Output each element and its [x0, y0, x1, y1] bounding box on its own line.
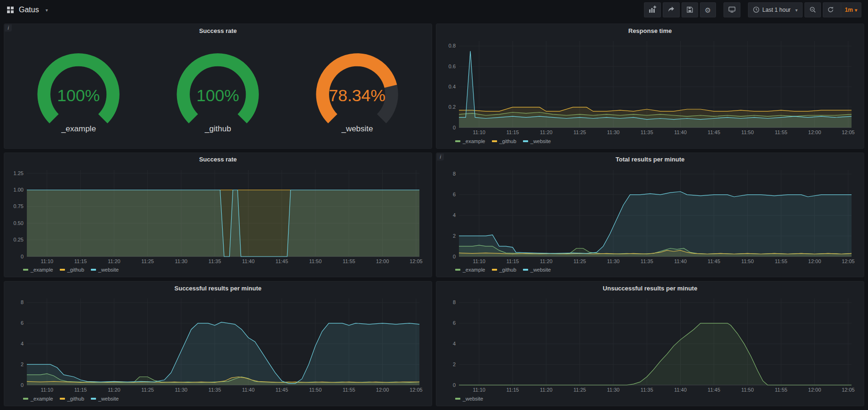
chart-canvas[interactable]: 00.250.500.751.001.2511:1011:1511:2011:2… [9, 166, 427, 266]
svg-text:11:45: 11:45 [275, 387, 288, 393]
svg-text:6: 6 [453, 192, 456, 197]
legend-item-_website[interactable]: _website [455, 396, 483, 402]
share-dashboard-button[interactable] [663, 2, 680, 17]
chevron-down-icon[interactable]: ▾ [46, 8, 48, 13]
chart-legend: _website [441, 394, 859, 403]
legend-item-_github[interactable]: _github [492, 138, 516, 144]
chart-legend: _example _github _website [441, 265, 859, 274]
legend-item-_github[interactable]: _github [60, 396, 84, 402]
time-range-picker[interactable]: Last 1 hour ▾ [748, 2, 803, 17]
dashboard-title[interactable]: Gatus [19, 6, 39, 14]
svg-text:11:30: 11:30 [607, 129, 620, 135]
svg-text:12:00: 12:00 [808, 129, 821, 135]
svg-text:11:20: 11:20 [540, 387, 553, 393]
svg-text:0: 0 [21, 382, 24, 388]
panel-title[interactable]: Success rate [4, 153, 432, 166]
series-color-swatch [455, 269, 460, 271]
panel-title[interactable]: Success rate [4, 24, 432, 37]
gauge-_example: 100% _example [24, 49, 132, 134]
panel-info-icon[interactable]: i [437, 153, 444, 161]
series-name: _website [98, 396, 119, 402]
tv-monitor-icon [728, 6, 736, 14]
svg-text:11:45: 11:45 [275, 258, 288, 264]
panel-info-icon[interactable]: i [5, 24, 12, 32]
panel-title[interactable]: Response time [436, 24, 864, 37]
svg-text:11:10: 11:10 [473, 129, 485, 135]
svg-text:11:30: 11:30 [175, 387, 188, 393]
svg-text:11:10: 11:10 [473, 258, 485, 264]
legend-item-_example[interactable]: _example [455, 138, 485, 144]
gauge-value: 78.34% [329, 86, 386, 105]
svg-text:11:55: 11:55 [775, 387, 788, 393]
add-panel-button[interactable] [644, 2, 661, 17]
apps-grid-icon[interactable] [7, 6, 14, 14]
svg-text:0.75: 0.75 [14, 203, 24, 209]
chart-canvas[interactable]: 0246811:1011:1511:2011:2511:3011:3511:40… [9, 295, 427, 394]
svg-text:11:45: 11:45 [707, 129, 720, 135]
svg-text:11:20: 11:20 [540, 129, 553, 135]
zoom-out-icon [809, 6, 816, 14]
save-icon [686, 6, 693, 14]
svg-text:11:15: 11:15 [506, 387, 519, 393]
panel-title[interactable]: Unsuccessful results per minute [436, 281, 864, 295]
legend-item-_website[interactable]: _website [523, 267, 551, 273]
svg-text:11:15: 11:15 [506, 129, 519, 135]
svg-text:0.2: 0.2 [449, 104, 456, 110]
svg-text:12:05: 12:05 [410, 258, 423, 264]
dashboard-settings-button[interactable]: ⚙ [700, 2, 715, 17]
svg-text:2: 2 [453, 362, 456, 367]
svg-text:0: 0 [453, 382, 456, 388]
svg-text:1.00: 1.00 [14, 187, 24, 193]
svg-text:11:45: 11:45 [707, 258, 720, 264]
svg-text:11:40: 11:40 [674, 387, 687, 393]
svg-text:11:30: 11:30 [607, 387, 620, 393]
panel-successful-results-per-minute: i Successful results per minute 0246811:… [4, 281, 432, 406]
save-dashboard-button[interactable] [682, 2, 698, 17]
svg-text:11:55: 11:55 [775, 129, 788, 135]
svg-text:0: 0 [453, 125, 456, 130]
gear-icon: ⚙ [705, 7, 711, 14]
svg-text:11:50: 11:50 [309, 387, 322, 393]
svg-text:11:25: 11:25 [573, 258, 586, 264]
svg-text:0.6: 0.6 [449, 64, 456, 69]
chart-canvas[interactable]: 0246811:1011:1511:2011:2511:3011:3511:40… [441, 295, 859, 394]
chart-canvas[interactable]: 0246811:1011:1511:2011:2511:3011:3511:40… [441, 166, 859, 266]
refresh-button[interactable] [823, 3, 838, 17]
refresh-interval-dropdown[interactable]: 1m ▾ [841, 3, 861, 17]
svg-text:11:50: 11:50 [741, 129, 754, 135]
svg-text:11:10: 11:10 [40, 258, 53, 264]
zoom-out-button[interactable] [804, 2, 821, 17]
series-name: _example [463, 138, 485, 144]
legend-item-_website[interactable]: _website [523, 138, 551, 144]
series-color-swatch [455, 140, 460, 142]
chart-canvas[interactable]: 00.20.40.60.811:1011:1511:2011:2511:3011… [441, 37, 859, 137]
svg-text:11:30: 11:30 [607, 258, 620, 264]
svg-text:11:25: 11:25 [141, 387, 154, 393]
svg-text:11:35: 11:35 [209, 387, 221, 393]
panel-unsuccessful-results-per-minute: i Unsuccessful results per minute 024681… [436, 281, 864, 406]
panel-title[interactable]: Successful results per minute [4, 281, 432, 295]
chart-legend: _example _github _website [9, 394, 427, 403]
legend-item-_github[interactable]: _github [60, 267, 84, 273]
series-color-swatch [492, 269, 497, 271]
svg-text:8: 8 [453, 300, 456, 305]
legend-item-_website[interactable]: _website [91, 396, 119, 402]
legend-item-_example[interactable]: _example [455, 267, 485, 273]
panel-total-results-per-minute: i Total results per minute 0246811:1011:… [436, 153, 864, 278]
svg-text:11:40: 11:40 [674, 129, 687, 135]
svg-text:11:35: 11:35 [641, 129, 653, 135]
legend-item-_example[interactable]: _example [23, 267, 53, 273]
cycle-view-mode-button[interactable] [723, 2, 740, 17]
svg-text:11:15: 11:15 [506, 258, 519, 264]
legend-item-_github[interactable]: _github [492, 267, 516, 273]
chevron-down-icon: ▾ [855, 8, 857, 13]
svg-text:11:25: 11:25 [573, 129, 586, 135]
panel-title[interactable]: Total results per minute [436, 153, 864, 166]
series-name: _github [67, 267, 84, 273]
legend-item-_example[interactable]: _example [23, 396, 53, 402]
refresh-interval-label: 1m [845, 7, 853, 13]
svg-text:2: 2 [453, 233, 456, 238]
panel-success-rate-gauges: i Success rate 100% _example 100% _githu… [4, 24, 432, 149]
legend-item-_website[interactable]: _website [91, 267, 119, 273]
panel-response-time: i Response time 00.20.40.60.811:1011:151… [436, 24, 864, 149]
